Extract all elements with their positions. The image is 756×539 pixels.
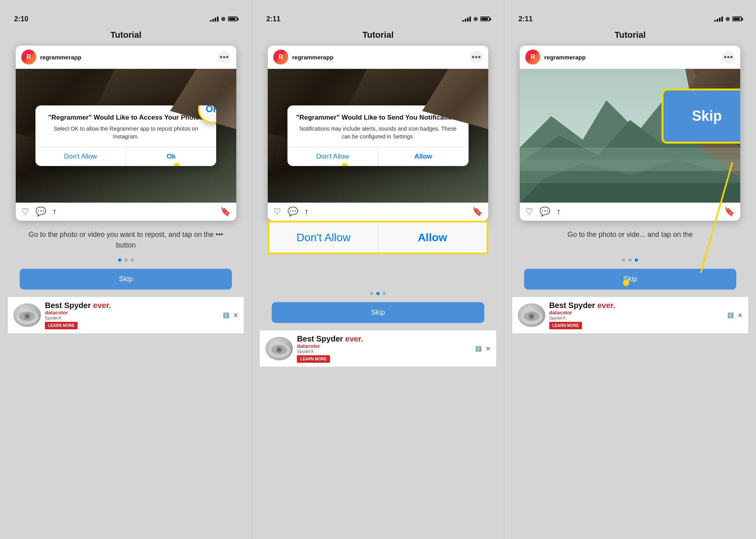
- heart-icon-1[interactable]: ♡: [21, 207, 29, 217]
- large-dont-allow-btn[interactable]: Don't Allow: [269, 223, 378, 253]
- dot-2-2: [376, 292, 380, 295]
- bookmark-icon-2[interactable]: 🔖: [472, 207, 483, 217]
- skip-annotation-text: Skip: [692, 108, 722, 124]
- skip-button-1[interactable]: Skip: [20, 269, 232, 290]
- skip-button-2[interactable]: Skip: [272, 302, 484, 323]
- ad-big-text-1: Best Spyder ever.: [45, 301, 219, 310]
- bookmark-icon-3[interactable]: 🔖: [724, 207, 735, 217]
- dialog-overlay-2: "Regrammer" Would Like to Send You Notif…: [268, 69, 488, 203]
- skip-annotation-inner: Skip: [663, 90, 740, 142]
- bottom-text-1: Go to the photo or video you want to rep…: [20, 229, 232, 253]
- ad-product-image-1: [13, 303, 41, 327]
- heart-icon-3[interactable]: ♡: [525, 207, 533, 217]
- signal-icon-2: [462, 16, 471, 22]
- ad-brand-sub-2: SpyderX: [297, 349, 471, 354]
- ig-dots-3[interactable]: •••: [722, 51, 735, 63]
- tutorial-title-1: Tutorial: [110, 30, 141, 40]
- signal-icon-3: [714, 16, 723, 22]
- ig-avatar-3: R: [525, 50, 540, 65]
- status-icons-1: ⊛: [210, 16, 237, 22]
- ad-text-col-1: Best Spyder ever. datacolor SpyderX LEAR…: [45, 301, 219, 329]
- heart-icon-2[interactable]: ♡: [273, 207, 281, 217]
- dialog-buttons-1: Don't Allow Ok: [35, 147, 216, 166]
- ig-avatar-1: R: [21, 50, 36, 65]
- ig-actions-3: ♡ 💬 ↑ 🔖: [520, 203, 740, 221]
- skip-btn-wrapper: Skip: [524, 269, 736, 297]
- dot-1-1: [118, 258, 121, 262]
- large-allow-btn[interactable]: Allow: [378, 223, 487, 253]
- ad-banner-1: Best Spyder ever. datacolor SpyderX LEAR…: [8, 297, 244, 333]
- ad-info-icon-2[interactable]: ℹ️: [475, 346, 482, 352]
- ad-close-icon-2[interactable]: ✕: [485, 345, 491, 353]
- ig-username-1: regrammerapp: [40, 54, 218, 61]
- ad-text-col-2: Best Spyder ever. datacolor SpyderX LEAR…: [297, 334, 471, 363]
- screen-panel-2: 2:11 ⊛ Tutorial R regra: [252, 0, 504, 539]
- ad-learn-more-2[interactable]: LEARN MORE: [297, 355, 330, 363]
- ad-product-image-3: [518, 303, 545, 327]
- tutorial-title-2: Tutorial: [362, 30, 393, 40]
- comment-icon-2[interactable]: 💬: [287, 207, 298, 217]
- screen-panel-1: 2:10 ⊛ Tutorial R: [0, 0, 252, 539]
- skip-annotation-box: Skip: [662, 89, 740, 144]
- share-icon-2[interactable]: ↑: [304, 207, 309, 217]
- ad-banner-2: Best Spyder ever. datacolor SpyderX LEAR…: [260, 330, 496, 367]
- ad-brand-sub-3: SpyderX: [549, 316, 723, 320]
- ad-product-image-2: [265, 337, 293, 360]
- ad-brand-sub-1: SpyderX: [45, 316, 219, 320]
- ig-header-1: R regrammerapp •••: [16, 46, 236, 69]
- skip-dot-annotation: [623, 280, 629, 286]
- comment-icon-1[interactable]: 💬: [35, 207, 46, 217]
- time-2: 2:11: [266, 15, 280, 23]
- ig-header-2: R regrammerapp •••: [268, 46, 488, 69]
- status-icons-2: ⊛: [462, 16, 490, 22]
- bookmark-icon-1[interactable]: 🔖: [220, 207, 231, 217]
- signal-icon-1: [210, 16, 219, 22]
- wifi-icon-2: ⊛: [473, 16, 478, 22]
- ig-header-3: R regrammerapp •••: [520, 46, 740, 69]
- dot-3-3: [635, 258, 638, 262]
- ig-username-3: regrammerapp: [544, 54, 722, 61]
- ad-info-icon-3[interactable]: ℹ️: [727, 312, 734, 318]
- dot-3-1: [622, 258, 625, 262]
- phone-mockup-3: R regrammerapp •••: [520, 46, 740, 221]
- ad-learn-more-3[interactable]: LEARN MORE: [549, 322, 582, 329]
- dot-1-3: [131, 258, 134, 262]
- tutorial-title-3: Tutorial: [615, 30, 646, 40]
- dialog-message-2: Notifications may include alerts, sounds…: [295, 125, 461, 140]
- status-bar-2: 2:11 ⊛: [260, 12, 496, 26]
- share-icon-1[interactable]: ↑: [52, 207, 57, 217]
- screen-panel-3: 2:11 ⊛ Tutorial R regra: [504, 0, 756, 539]
- share-icon-3[interactable]: ↑: [556, 207, 561, 217]
- page-dots-1: [20, 258, 232, 262]
- ig-dots-1[interactable]: •••: [218, 51, 231, 63]
- ad-learn-more-1[interactable]: LEARN MORE: [45, 322, 78, 329]
- screens-container: 2:10 ⊛ Tutorial R: [0, 0, 756, 539]
- ig-dots-2[interactable]: •••: [470, 51, 483, 63]
- ok-btn-1[interactable]: Ok: [126, 147, 216, 166]
- dialog-content-2: "Regrammer" Would Like to Send You Notif…: [287, 105, 468, 147]
- dialog-content-1: "Regrammer" Would Like to Access Your Ph…: [35, 105, 216, 147]
- dot-1-2: [124, 258, 128, 262]
- allow-btn-2[interactable]: Allow: [378, 147, 468, 166]
- svg-point-3: [26, 315, 29, 318]
- ad-big-text-2: Best Spyder ever.: [297, 334, 471, 343]
- svg-point-7: [278, 348, 281, 351]
- bottom-section-1: Go to the photo or video you want to rep…: [8, 221, 244, 297]
- dot-2-3: [383, 292, 386, 295]
- ad-info-icon-1[interactable]: ℹ️: [223, 312, 229, 318]
- dialog-title-1: "Regrammer" Would Like to Access Your Ph…: [43, 113, 209, 122]
- battery-icon-1: [228, 17, 237, 21]
- dialog-box-2: "Regrammer" Would Like to Send You Notif…: [287, 105, 468, 166]
- ad-close-icon-3[interactable]: ✕: [737, 312, 743, 319]
- ig-username-2: regrammerapp: [292, 54, 470, 61]
- ad-close-icon-1[interactable]: ✕: [233, 312, 238, 319]
- comment-icon-3[interactable]: 💬: [539, 207, 550, 217]
- skip-button-3[interactable]: Skip: [524, 269, 736, 290]
- dialog-message-1: Select OK to allow the Regrammer app to …: [43, 125, 209, 140]
- large-buttons-container: Don't Allow Allow: [268, 221, 488, 254]
- dont-allow-btn-2[interactable]: Don't Allow: [287, 147, 378, 166]
- svg-rect-15: [520, 159, 740, 183]
- dont-allow-btn-1[interactable]: Don't Allow: [35, 147, 126, 166]
- ad-brand-3: datacolor: [549, 310, 723, 316]
- ig-actions-2: ♡ 💬 ↑ 🔖: [268, 203, 488, 221]
